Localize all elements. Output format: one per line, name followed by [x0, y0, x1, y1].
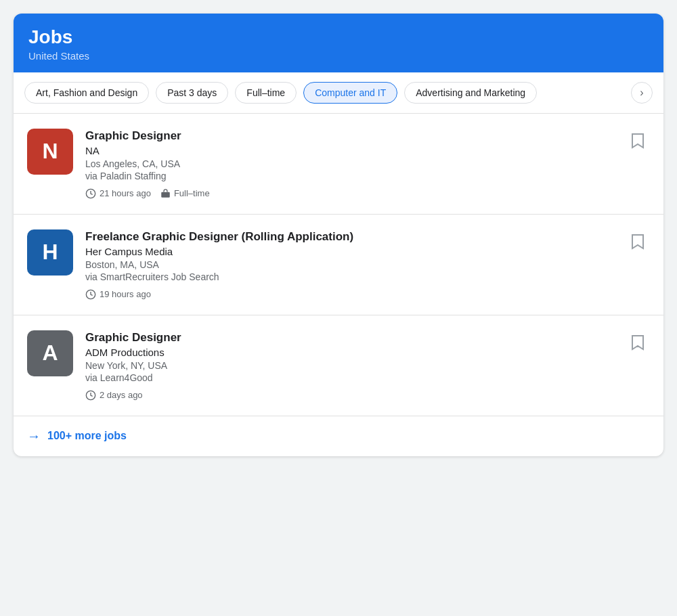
more-jobs-link[interactable]: 100+ more jobs — [47, 430, 127, 442]
job-title-3: Graphic Designer — [85, 330, 619, 345]
job-time-3: 2 days ago — [85, 390, 143, 401]
header: Jobs United States — [14, 14, 663, 72]
job-logo-1: N — [27, 129, 73, 175]
clock-icon-1 — [85, 188, 96, 199]
job-time-2: 19 hours ago — [85, 289, 151, 300]
job-company-1: NA — [85, 145, 619, 156]
job-info-3: Graphic Designer ADM Productions New Yor… — [85, 330, 619, 401]
jobs-card: Jobs United States Art, Fashion and Desi… — [14, 14, 663, 456]
filter-next-arrow[interactable]: › — [631, 82, 653, 104]
filter-chip-past3days[interactable]: Past 3 days — [156, 82, 228, 104]
page-subtitle: United States — [28, 50, 649, 62]
bookmark-button-3[interactable] — [626, 330, 650, 355]
job-location-3: New York, NY, USA — [85, 360, 619, 371]
filter-chip-computer-it[interactable]: Computer and IT — [303, 82, 397, 104]
job-logo-2: H — [27, 229, 73, 276]
job-item-2[interactable]: H Freelance Graphic Designer (Rolling Ap… — [14, 215, 663, 315]
job-type-1: Full–time — [160, 188, 210, 198]
job-info-2: Freelance Graphic Designer (Rolling Appl… — [85, 229, 619, 300]
job-location-1: Los Angeles, CA, USA — [85, 158, 619, 169]
job-logo-3: A — [27, 330, 73, 376]
bookmark-button-1[interactable] — [626, 129, 650, 153]
job-company-2: Her Campus Media — [85, 246, 619, 257]
filter-chip-art[interactable]: Art, Fashion and Design — [24, 82, 149, 104]
more-jobs-row[interactable]: → 100+ more jobs — [14, 416, 663, 456]
job-meta-2: 19 hours ago — [85, 289, 619, 300]
job-via-2: via SmartRecruiters Job Search — [85, 271, 619, 282]
briefcase-icon-1 — [160, 188, 171, 198]
clock-icon-2 — [85, 289, 96, 300]
job-title-2: Freelance Graphic Designer (Rolling Appl… — [85, 229, 619, 244]
job-item-1[interactable]: N Graphic Designer NA Los Angeles, CA, U… — [14, 114, 663, 215]
job-meta-1: 21 hours ago Full–time — [85, 188, 619, 199]
filter-row: Art, Fashion and Design Past 3 days Full… — [14, 72, 663, 114]
job-via-3: via Learn4Good — [85, 372, 619, 383]
bookmark-button-2[interactable] — [626, 229, 650, 254]
job-via-1: via Paladin Staffing — [85, 171, 619, 181]
job-location-2: Boston, MA, USA — [85, 259, 619, 270]
job-time-1: 21 hours ago — [85, 188, 151, 199]
job-title-1: Graphic Designer — [85, 129, 619, 144]
filter-chip-advertising[interactable]: Advertising and Marketing — [404, 82, 537, 104]
page-title: Jobs — [28, 26, 649, 49]
job-list: N Graphic Designer NA Los Angeles, CA, U… — [14, 114, 663, 416]
filter-chip-fulltime[interactable]: Full–time — [235, 82, 297, 104]
job-meta-3: 2 days ago — [85, 390, 619, 401]
job-company-3: ADM Productions — [85, 347, 619, 358]
clock-icon-3 — [85, 390, 96, 401]
svg-rect-1 — [161, 192, 170, 198]
job-item-3[interactable]: A Graphic Designer ADM Productions New Y… — [14, 315, 663, 416]
job-info-1: Graphic Designer NA Los Angeles, CA, USA… — [85, 129, 619, 199]
more-jobs-arrow-icon: → — [27, 428, 41, 444]
